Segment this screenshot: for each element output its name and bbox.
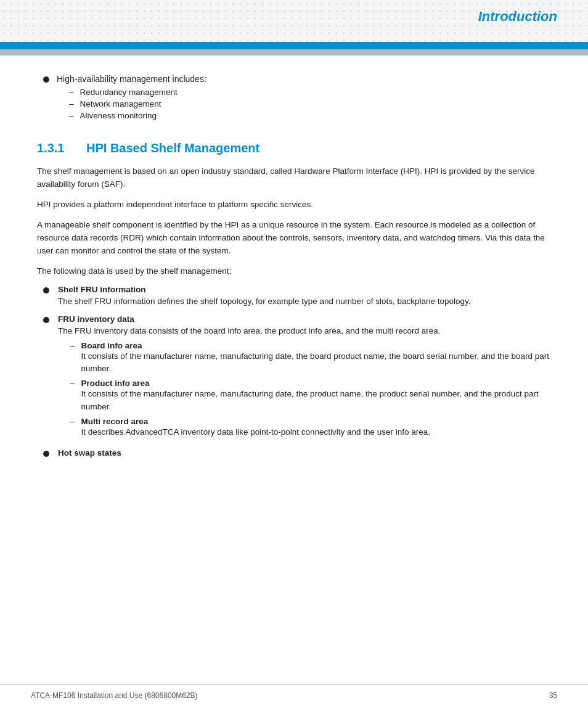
- section-title: HPI Based Shelf Management: [86, 141, 259, 155]
- list-item: – Multi record area It describes Advance…: [70, 417, 551, 438]
- nested-desc: It consists of the manufacturer name, ma…: [81, 350, 551, 376]
- paragraph-4: The following data is used by the shelf …: [37, 265, 551, 278]
- bullet-content: Shelf FRU information The shelf FRU info…: [58, 285, 551, 308]
- bullet-title: Shelf FRU information: [58, 285, 551, 294]
- sub-item-text: Network management: [80, 99, 161, 109]
- nested-title: Product info area: [81, 379, 551, 388]
- sub-item-text: Redundancy management: [80, 88, 178, 97]
- bullet-dot-icon: [43, 317, 49, 323]
- bullet-desc: The shelf FRU information defines the sh…: [58, 295, 551, 308]
- section-heading: 1.3.1 HPI Based Shelf Management: [37, 141, 551, 155]
- dash-icon: –: [70, 341, 75, 350]
- dash-icon: –: [69, 88, 74, 97]
- paragraph-1: The shelf management is based on an open…: [37, 165, 551, 191]
- footer-left: ATCA-MF106 Installation and Use (6806800…: [31, 691, 198, 700]
- page-content: High-availability management includes: –…: [0, 55, 588, 502]
- bullet-item-text: High-availability management includes:: [57, 74, 206, 84]
- dash-icon: –: [70, 379, 75, 388]
- bullet-title: FRU inventory data: [58, 314, 551, 324]
- list-item: – Product info area It consists of the m…: [70, 379, 551, 413]
- page-footer: ATCA-MF106 Installation and Use (6806800…: [0, 684, 588, 706]
- nested-desc: It describes AdvancedTCA inventory data …: [81, 426, 551, 438]
- list-item: Shelf FRU information The shelf FRU info…: [43, 285, 551, 308]
- paragraph-2: HPI provides a platform independent inte…: [37, 199, 551, 211]
- sub-item-text: Aliveness monitoring: [80, 111, 157, 120]
- section-number: 1.3.1: [37, 141, 74, 155]
- nested-title: Board info area: [81, 341, 551, 350]
- list-item: FRU inventory data The FRU inventory dat…: [43, 314, 551, 443]
- nested-title: Multi record area: [81, 417, 551, 426]
- list-item: High-availability management includes: –…: [43, 74, 551, 123]
- nested-dash-list: – Board info area It consists of the man…: [70, 341, 551, 438]
- footer-page-number: 35: [549, 691, 557, 700]
- gray-accent-bar: [0, 49, 588, 55]
- nested-content: Product info area It consists of the man…: [81, 379, 551, 413]
- nested-desc: It consists of the manufacturer name, ma…: [81, 388, 551, 413]
- header: Introduction: [0, 0, 588, 55]
- list-item: – Redundancy management: [69, 88, 206, 97]
- dash-icon: –: [69, 99, 74, 109]
- paragraph-3: A manageable shelf component is identifi…: [37, 219, 551, 258]
- dash-icon: –: [70, 417, 75, 426]
- bullet-dot-icon: [43, 287, 49, 293]
- main-bullet-list: Shelf FRU information The shelf FRU info…: [43, 285, 551, 459]
- list-item: – Board info area It consists of the man…: [70, 341, 551, 376]
- nested-content: Multi record area It describes AdvancedT…: [81, 417, 551, 438]
- bullet-title: Hot swap states: [58, 448, 551, 458]
- bullet-desc: The FRU inventory data consists of the b…: [58, 325, 551, 337]
- top-bullet-list: High-availability management includes: –…: [37, 74, 551, 123]
- bullet-dot-icon: [43, 76, 49, 83]
- page-title: Introduction: [478, 9, 557, 25]
- list-item: – Aliveness monitoring: [69, 111, 206, 120]
- bullet-content: Hot swap states: [58, 448, 551, 459]
- dash-icon: –: [69, 111, 74, 120]
- nested-content: Board info area It consists of the manuf…: [81, 341, 551, 376]
- list-item: Hot swap states: [43, 448, 551, 459]
- bullet-content: FRU inventory data The FRU inventory dat…: [58, 314, 551, 443]
- bullet-dot-icon: [43, 451, 49, 457]
- list-item: – Network management: [69, 99, 206, 109]
- blue-accent-bar: [0, 42, 588, 49]
- sub-bullet-list: – Redundancy management – Network manage…: [57, 88, 206, 120]
